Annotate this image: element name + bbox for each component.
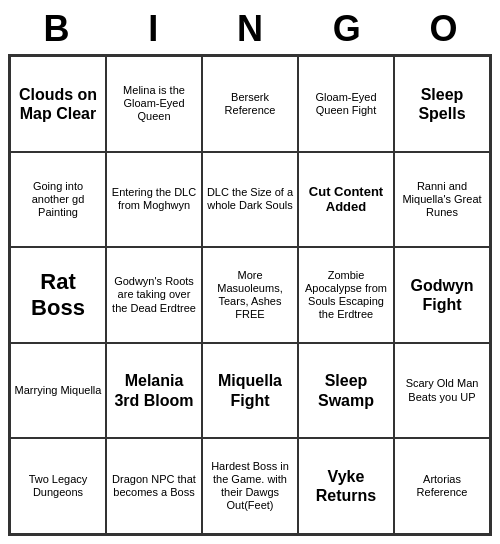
bingo-cell-10[interactable]: Rat Boss [10, 247, 106, 343]
bingo-title: B I N G O [8, 8, 492, 50]
bingo-cell-15[interactable]: Marrying Miquella [10, 343, 106, 439]
bingo-cell-18[interactable]: Sleep Swamp [298, 343, 394, 439]
bingo-cell-6[interactable]: Entering the DLC from Moghwyn [106, 152, 202, 248]
bingo-cell-1[interactable]: Melina is the Gloam-Eyed Queen [106, 56, 202, 152]
bingo-cell-3[interactable]: Gloam-Eyed Queen Fight [298, 56, 394, 152]
bingo-cell-24[interactable]: Artorias Reference [394, 438, 490, 534]
bingo-cell-17[interactable]: Miquella Fight [202, 343, 298, 439]
bingo-cell-8[interactable]: Cut Content Added [298, 152, 394, 248]
letter-o: O [404, 8, 484, 50]
bingo-cell-20[interactable]: Two Legacy Dungeons [10, 438, 106, 534]
bingo-cell-2[interactable]: Berserk Reference [202, 56, 298, 152]
bingo-cell-4[interactable]: Sleep Spells [394, 56, 490, 152]
bingo-cell-23[interactable]: Vyke Returns [298, 438, 394, 534]
letter-n: N [210, 8, 290, 50]
letter-g: G [307, 8, 387, 50]
bingo-cell-7[interactable]: DLC the Size of a whole Dark Souls [202, 152, 298, 248]
bingo-cell-0[interactable]: Clouds on Map Clear [10, 56, 106, 152]
letter-b: B [16, 8, 96, 50]
bingo-cell-12[interactable]: More Masuoleums, Tears, Ashes FREE [202, 247, 298, 343]
bingo-cell-13[interactable]: Zombie Apocalypse from Souls Escaping th… [298, 247, 394, 343]
bingo-cell-21[interactable]: Dragon NPC that becomes a Boss [106, 438, 202, 534]
letter-i: I [113, 8, 193, 50]
bingo-cell-22[interactable]: Hardest Boss in the Game. with their Daw… [202, 438, 298, 534]
bingo-cell-16[interactable]: Melania 3rd Bloom [106, 343, 202, 439]
bingo-grid: Clouds on Map ClearMelina is the Gloam-E… [8, 54, 492, 536]
bingo-cell-14[interactable]: Godwyn Fight [394, 247, 490, 343]
bingo-cell-5[interactable]: Going into another gd Painting [10, 152, 106, 248]
bingo-cell-19[interactable]: Scary Old Man Beats you UP [394, 343, 490, 439]
bingo-cell-9[interactable]: Ranni and Miquella's Great Runes [394, 152, 490, 248]
bingo-cell-11[interactable]: Godwyn's Roots are taking over the Dead … [106, 247, 202, 343]
